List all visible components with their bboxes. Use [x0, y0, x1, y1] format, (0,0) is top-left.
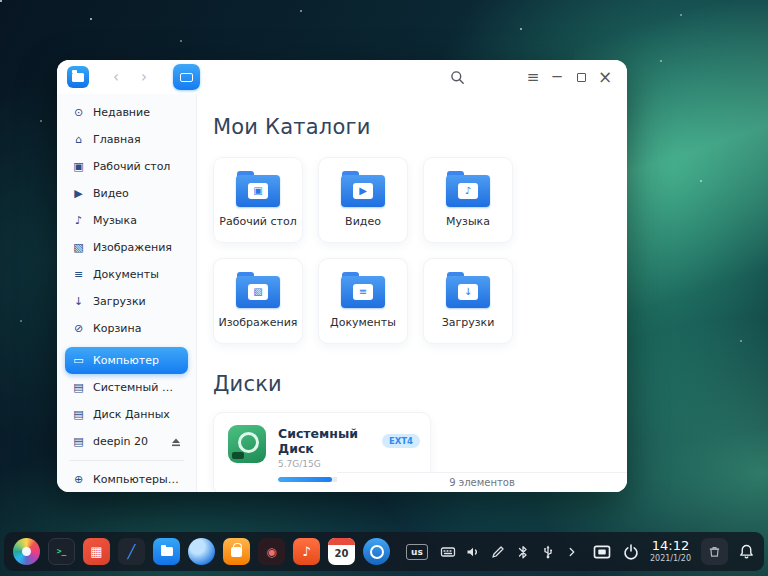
file-manager-app-icon	[67, 66, 89, 88]
music-player-icon[interactable]: ♪	[293, 538, 320, 565]
status-bar: 9 элементов	[337, 472, 627, 492]
sidebar-item-computer[interactable]: ▭ Компьютер	[65, 347, 188, 374]
sidebar-item-label: Корзина	[93, 322, 141, 335]
disk-progress-fill	[278, 477, 332, 482]
launcher-icon[interactable]	[13, 538, 40, 565]
maximize-button[interactable]	[569, 65, 593, 89]
folder-grid: ▣ Рабочий стол ▶ Видео ♪ Музыка ▧ Изобра…	[213, 157, 627, 344]
sidebar-item-pictures[interactable]: ▧ Изображения	[65, 234, 188, 261]
documents-folder-icon: ≡	[341, 276, 385, 308]
sidebar-item-label: Документы	[93, 268, 159, 281]
back-button[interactable]: ‹	[105, 66, 127, 88]
sidebar-item-downloads[interactable]: ↓ Загрузки	[65, 288, 188, 315]
main-content: Мои Каталоги ▣ Рабочий стол ▶ Видео ♪ Му…	[197, 94, 627, 492]
sidebar-item-deepin-20[interactable]: ▤ deepin 20	[65, 428, 188, 455]
sidebar-item-videos[interactable]: ▶ Видео	[65, 180, 188, 207]
home-icon: ⌂	[72, 133, 85, 146]
sidebar-item-label: Главная	[93, 133, 141, 146]
desktop-icon: ▣	[72, 160, 85, 173]
tab-computer[interactable]	[173, 64, 200, 90]
sidebar-item-label: Системный Диск	[93, 381, 181, 394]
folder-label: Документы	[330, 316, 396, 329]
desktop-wallpaper: ‹ › ≡ ─ × ⊙ Недавние ⌂	[0, 0, 768, 576]
section-title-catalogs: Мои Каталоги	[213, 115, 627, 139]
music-folder-icon: ♪	[446, 175, 490, 207]
sidebar-item-documents[interactable]: ≡ Документы	[65, 261, 188, 288]
clock[interactable]: 14:12 2021/1/20	[650, 539, 691, 563]
folder-card-videos[interactable]: ▶ Видео	[318, 157, 408, 243]
sidebar-item-music[interactable]: ♪ Музыка	[65, 207, 188, 234]
volume-icon[interactable]	[465, 544, 481, 560]
calendar-icon[interactable]: 20	[328, 538, 355, 565]
folder-label: Рабочий стол	[219, 215, 296, 228]
sidebar-item-label: Загрузки	[93, 295, 146, 308]
sidebar-divider	[69, 460, 184, 461]
minimize-button[interactable]: ─	[545, 65, 569, 89]
sidebar-item-data-disk[interactable]: ▤ Диск Данных	[65, 401, 188, 428]
app-store-icon[interactable]	[223, 538, 250, 565]
usb-icon[interactable]	[540, 544, 556, 560]
close-button[interactable]: ×	[593, 65, 617, 89]
sidebar-item-home[interactable]: ⌂ Главная	[65, 126, 188, 153]
sidebar-item-recent[interactable]: ⊙ Недавние	[65, 99, 188, 126]
folder-card-music[interactable]: ♪ Музыка	[423, 157, 513, 243]
tray-expand-chevron[interactable]	[565, 545, 579, 559]
removable-disk-icon: ▤	[72, 435, 85, 448]
control-center-icon[interactable]	[363, 538, 390, 565]
folder-card-downloads[interactable]: ↓ Загрузки	[423, 258, 513, 344]
dock-trash-icon[interactable]	[701, 538, 728, 565]
multitasking-view-icon[interactable]	[592, 542, 612, 562]
computer-icon: ▭	[72, 354, 85, 367]
pen-icon[interactable]	[490, 544, 506, 560]
onscreen-keyboard-icon[interactable]	[440, 544, 456, 560]
dock: >_ ▦ ╱ ◉ ♪ 20 us	[4, 532, 764, 571]
folder-label: Загрузки	[442, 316, 495, 329]
network-icon: ⊕	[72, 473, 85, 486]
section-title-disks: Диски	[213, 372, 627, 396]
trash-icon: ⊘	[72, 322, 85, 335]
sidebar-item-trash[interactable]: ⊘ Корзина	[65, 315, 188, 342]
notification-bell-icon[interactable]	[738, 543, 755, 560]
sidebar-item-network[interactable]: ⊕ Компьютеры в се...	[65, 466, 188, 492]
folder-card-documents[interactable]: ≡ Документы	[318, 258, 408, 344]
clock-date: 2021/1/20	[650, 554, 691, 563]
sidebar-item-label: Музыка	[93, 214, 137, 227]
menu-button[interactable]: ≡	[521, 65, 545, 89]
bluetooth-icon[interactable]	[515, 544, 531, 560]
file-manager-window: ‹ › ≡ ─ × ⊙ Недавние ⌂	[57, 60, 627, 492]
sidebar-item-label: deepin 20	[93, 435, 148, 448]
sidebar-item-desktop[interactable]: ▣ Рабочий стол	[65, 153, 188, 180]
keyboard-layout-indicator[interactable]: us	[406, 544, 428, 560]
sidebar-item-system-disk[interactable]: ▤ Системный Диск	[65, 374, 188, 401]
titlebar: ‹ › ≡ ─ ×	[57, 60, 627, 94]
item-count: 9 элементов	[449, 477, 515, 488]
pictures-folder-icon: ▧	[236, 276, 280, 308]
sidebar-item-label: Изображения	[93, 241, 172, 254]
folder-label: Видео	[345, 215, 381, 228]
forward-button[interactable]: ›	[133, 66, 155, 88]
sidebar-item-label: Диск Данных	[93, 408, 170, 421]
folder-card-desktop[interactable]: ▣ Рабочий стол	[213, 157, 303, 243]
file-manager-dock-icon[interactable]	[153, 538, 180, 565]
computer-icon	[180, 73, 193, 82]
shutdown-icon[interactable]	[622, 543, 640, 561]
text-editor-icon[interactable]: ╱	[118, 538, 145, 565]
disk-icon	[228, 425, 266, 463]
maximize-icon	[577, 73, 586, 82]
terminal-icon[interactable]: >_	[48, 538, 75, 565]
pictures-icon: ▧	[72, 241, 85, 254]
desktop-folder-icon: ▣	[236, 175, 280, 207]
folder-label: Изображения	[219, 316, 298, 329]
eject-icon[interactable]	[171, 437, 181, 447]
search-button[interactable]	[445, 65, 469, 89]
downloads-icon: ↓	[72, 295, 85, 308]
browser-icon[interactable]	[188, 538, 215, 565]
app-grid-icon[interactable]: ▦	[83, 538, 110, 565]
camera-icon[interactable]: ◉	[258, 538, 285, 565]
disk-name: Системный Диск	[278, 426, 374, 456]
sidebar-item-label: Рабочий стол	[93, 160, 170, 173]
downloads-folder-icon: ↓	[446, 276, 490, 308]
videos-icon: ▶	[72, 187, 85, 200]
folder-card-pictures[interactable]: ▧ Изображения	[213, 258, 303, 344]
sidebar-item-label: Компьютеры в се...	[93, 473, 181, 486]
